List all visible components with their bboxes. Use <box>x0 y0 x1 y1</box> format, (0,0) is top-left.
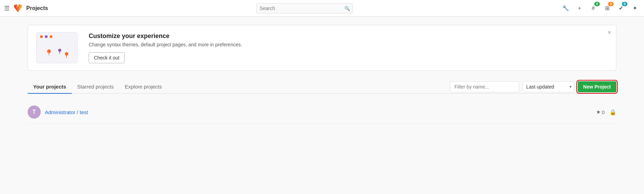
mr-badge: 0 <box>608 2 614 6</box>
filter-by-name-input[interactable] <box>450 81 519 92</box>
todos-icon-button[interactable]: ✔ 0 <box>616 3 626 13</box>
sort-wrapper: Last updated Name Created date Stars ▾ <box>519 81 574 92</box>
project-meta: ★ 0 🔒 <box>596 109 616 116</box>
main-content: × Customize your experience Change synta… <box>0 17 644 132</box>
svg-rect-1 <box>49 53 49 55</box>
banner-text-area: Customize your experience Change syntax … <box>89 33 608 63</box>
issues-icon-button[interactable]: # 0 <box>588 3 598 13</box>
svg-point-2 <box>58 49 61 52</box>
star-count: ★ 0 <box>596 109 605 115</box>
project-list: T Administrator / test ★ 0 🔒 <box>28 101 616 124</box>
svg-point-0 <box>47 49 51 53</box>
tab-explore-projects[interactable]: Explore projects <box>119 80 167 94</box>
navbar-search-area: 🔍 <box>52 3 556 13</box>
pin2-icon <box>57 48 62 55</box>
banner-illustration <box>36 32 78 63</box>
todos-badge: 0 <box>622 2 627 6</box>
pin3-icon <box>64 52 69 59</box>
gitlab-fox-icon <box>13 3 23 13</box>
sort-select[interactable]: Last updated Name Created date Stars <box>523 81 574 92</box>
star-icon: ★ <box>596 109 601 115</box>
table-row: T Administrator / test ★ 0 🔒 <box>28 101 616 124</box>
avatar: T <box>28 105 41 119</box>
navbar-title: Projects <box>26 5 48 11</box>
pin1-icon <box>46 49 52 57</box>
customize-banner: × Customize your experience Change synta… <box>28 25 616 71</box>
gitlab-logo <box>13 3 23 13</box>
svg-rect-5 <box>66 56 67 58</box>
navbar-right: 🔧 + # 0 ⊞ 0 ✔ 0 ✦ <box>560 3 640 13</box>
issues-badge: 0 <box>594 2 600 6</box>
lock-icon: 🔒 <box>609 109 616 116</box>
hamburger-menu-icon[interactable]: ☰ <box>4 4 10 12</box>
search-icon: 🔍 <box>344 6 350 11</box>
check-it-out-button[interactable]: Check it out <box>89 52 125 63</box>
project-name: Administrator / test <box>45 109 88 115</box>
activity-icon-button[interactable]: ✦ <box>630 3 640 13</box>
wrench-icon-button[interactable]: 🔧 <box>560 3 571 13</box>
banner-heading: Customize your experience <box>89 33 608 40</box>
navbar: ☰ Projects 🔍 🔧 + # 0 <box>0 0 644 17</box>
search-input[interactable] <box>256 3 353 13</box>
search-wrapper: 🔍 <box>256 3 353 13</box>
svg-point-4 <box>65 52 68 56</box>
star-count-value: 0 <box>602 109 605 115</box>
merge-requests-icon-button[interactable]: ⊞ 0 <box>602 3 612 13</box>
banner-close-button[interactable]: × <box>607 29 611 36</box>
new-project-button[interactable]: New Project <box>578 81 616 92</box>
plus-icon-button[interactable]: + <box>574 3 585 13</box>
svg-rect-3 <box>59 52 60 54</box>
tab-starred-projects[interactable]: Starred projects <box>72 80 119 94</box>
project-link[interactable]: Administrator / test <box>45 109 88 115</box>
banner-subtext: Change syntax themes, default project pa… <box>89 42 608 47</box>
tabs-row: Your projects Starred projects Explore p… <box>28 80 616 94</box>
navbar-left: ☰ Projects <box>4 3 48 13</box>
tab-your-projects[interactable]: Your projects <box>28 80 72 94</box>
